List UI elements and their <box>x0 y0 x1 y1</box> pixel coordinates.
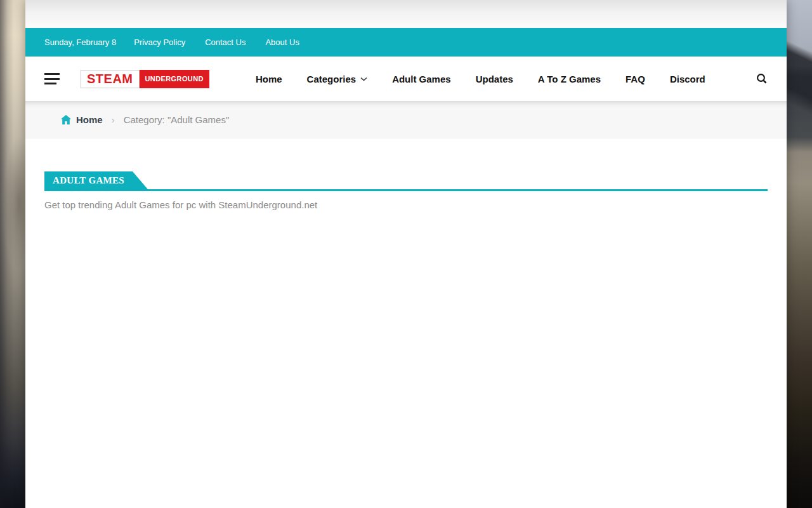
background-image-left <box>0 0 25 508</box>
nav-item-label: Discord <box>670 74 705 84</box>
nav-item-faq[interactable]: FAQ <box>625 74 645 84</box>
breadcrumb-home-label: Home <box>76 114 103 125</box>
nav-item-adult-games[interactable]: Adult Games <box>392 74 451 84</box>
topbar-link-contact-us[interactable]: Contact Us <box>205 37 246 47</box>
nav-item-a-to-z-games[interactable]: A To Z Games <box>538 74 601 84</box>
topbar-links: Privacy Policy Contact Us About Us <box>134 37 299 47</box>
background-image-right <box>787 0 812 508</box>
main-menu: Home Categories Adult Games Updates A To… <box>256 74 705 84</box>
nav-item-categories[interactable]: Categories <box>307 74 368 84</box>
chevron-down-icon <box>360 77 367 81</box>
main-content: ADULT GAMES Get top trending Adult Games… <box>25 138 787 508</box>
topbar-link-about-us[interactable]: About Us <box>265 37 299 47</box>
search-icon[interactable] <box>756 73 768 84</box>
nav-item-discord[interactable]: Discord <box>670 74 705 84</box>
topbar: Sunday, February 8 Privacy Policy Contac… <box>25 28 787 57</box>
site-logo[interactable]: STEAM UNDERGROUND <box>81 70 209 88</box>
breadcrumb-separator: › <box>112 114 115 125</box>
topbar-date: Sunday, February 8 <box>44 37 116 47</box>
home-icon <box>61 115 71 124</box>
hamburger-icon[interactable] <box>44 73 60 84</box>
hamburger-line <box>44 78 60 80</box>
logo-text-steam: STEAM <box>81 70 140 88</box>
nav-item-label: Updates <box>476 74 513 84</box>
page-container: Sunday, February 8 Privacy Policy Contac… <box>25 0 787 508</box>
hamburger-line <box>44 83 56 84</box>
section-header: ADULT GAMES <box>44 171 768 191</box>
logo-text-underground: UNDERGROUND <box>140 70 209 88</box>
breadcrumb-home-link[interactable]: Home <box>61 114 103 125</box>
nav-item-label: FAQ <box>625 74 645 84</box>
nav-item-label: A To Z Games <box>538 74 601 84</box>
page-top-spacer <box>25 0 787 28</box>
main-navbar: STEAM UNDERGROUND Home Categories Adult … <box>25 57 787 101</box>
section-description: Get top trending Adult Games for pc with… <box>44 199 768 210</box>
nav-item-label: Adult Games <box>392 74 451 84</box>
nav-item-updates[interactable]: Updates <box>476 74 513 84</box>
topbar-link-privacy-policy[interactable]: Privacy Policy <box>134 37 185 47</box>
breadcrumb-current: Category: "Adult Games" <box>124 114 230 125</box>
hamburger-line <box>44 73 60 75</box>
section-title-badge: ADULT GAMES <box>44 171 148 189</box>
nav-item-label: Categories <box>307 74 357 84</box>
breadcrumb: Home › Category: "Adult Games" <box>25 101 787 138</box>
nav-item-label: Home <box>256 74 282 84</box>
nav-item-home[interactable]: Home <box>256 74 282 84</box>
